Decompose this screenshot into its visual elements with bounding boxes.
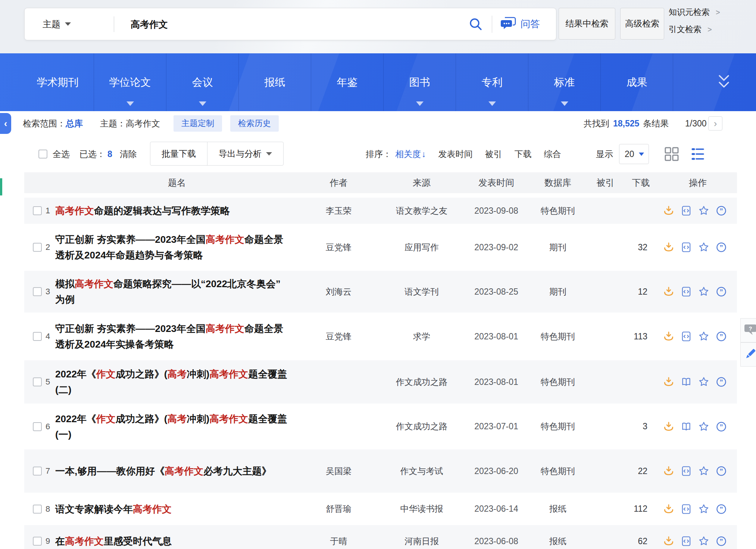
expand-nav-icon[interactable]: [714, 72, 734, 93]
row-checkbox[interactable]: [33, 422, 42, 431]
list-view-icon[interactable]: [689, 145, 706, 163]
nav-item-7[interactable]: 标准: [528, 53, 601, 111]
row-checkbox[interactable]: [33, 537, 42, 546]
favorite-star-icon[interactable]: [698, 376, 709, 388]
cite-quote-icon[interactable]: ”: [716, 376, 727, 388]
row-checkbox[interactable]: [33, 287, 42, 296]
author-cell: 舒晋瑜: [299, 503, 379, 515]
result-title-link[interactable]: 在高考作文里感受时代气息: [55, 533, 299, 549]
collapse-sidebar-button[interactable]: ‹: [0, 113, 11, 134]
sort-option-1[interactable]: 发表时间: [438, 148, 473, 160]
download-icon[interactable]: [663, 376, 674, 388]
cite-quote-icon[interactable]: ”: [716, 503, 727, 515]
cite-quote-icon[interactable]: ”: [716, 536, 727, 547]
sort-option-3[interactable]: 下载: [515, 148, 532, 160]
result-title-link[interactable]: 一本,够用——教你用好《高考作文必考九大主题》: [55, 463, 299, 479]
qa-button[interactable]: 问答: [500, 8, 540, 40]
selected-count[interactable]: 8: [107, 149, 112, 159]
next-page-button[interactable]: ›: [708, 116, 722, 131]
help-feedback-button[interactable]: ?: [740, 318, 756, 342]
scope-value[interactable]: 总库: [66, 118, 83, 129]
cite-quote-icon[interactable]: ”: [716, 286, 727, 297]
favorite-star-icon[interactable]: [698, 205, 709, 216]
favorite-star-icon[interactable]: [698, 421, 709, 432]
download-icon[interactable]: [663, 536, 674, 547]
search-history-button[interactable]: 检索历史: [230, 115, 279, 132]
result-title-link[interactable]: 2022年《作文成功之路》(高考冲刺)高考作文题全覆盖(二): [55, 366, 299, 398]
result-title-link[interactable]: 高考作文命题的逻辑表达与写作教学策略: [55, 203, 299, 219]
advanced-search-button[interactable]: 高级检索: [620, 8, 664, 40]
nav-item-8[interactable]: 成果: [601, 53, 673, 111]
search-in-results-button[interactable]: 结果中检索: [559, 8, 615, 40]
nav-item-6[interactable]: 专利: [456, 53, 528, 111]
citation-search-link[interactable]: 引文检索 >: [669, 24, 720, 35]
result-title-link[interactable]: 语文专家解读今年高考作文: [55, 501, 299, 517]
cite-quote-icon[interactable]: ”: [716, 421, 727, 432]
select-all-label[interactable]: 全选: [53, 148, 70, 160]
download-icon[interactable]: [663, 503, 674, 515]
result-title-link[interactable]: 模拟高考作文命题策略探究——以“2022北京冬奥会”为例: [55, 276, 299, 307]
select-all-checkbox[interactable]: [38, 150, 47, 159]
topic-customize-button[interactable]: 主题定制: [174, 115, 222, 132]
html-read-icon[interactable]: [681, 242, 692, 253]
html-read-icon[interactable]: [681, 536, 692, 547]
export-analyze-button[interactable]: 导出与分析: [207, 142, 283, 165]
row-checkbox[interactable]: [33, 206, 42, 215]
row-checkbox[interactable]: [33, 332, 42, 341]
row-checkbox[interactable]: [33, 243, 42, 252]
result-title-link[interactable]: 2022年《作文成功之路》(高考冲刺)高考作文题全覆盖(一): [55, 411, 299, 442]
row-checkbox[interactable]: [33, 467, 42, 476]
download-icon[interactable]: [663, 205, 674, 216]
html-read-icon[interactable]: [681, 205, 692, 216]
download-icon[interactable]: [663, 421, 674, 432]
read-book-icon[interactable]: [681, 376, 692, 388]
batch-download-button[interactable]: 批量下载: [150, 142, 207, 165]
cite-quote-icon[interactable]: ”: [716, 465, 727, 477]
page-size-select[interactable]: 20: [619, 144, 649, 164]
search-field-selector[interactable]: 主题: [43, 8, 71, 40]
sort-option-4[interactable]: 综合: [544, 148, 561, 160]
nav-item-label: 成果: [627, 75, 647, 90]
favorite-star-icon[interactable]: [698, 465, 709, 477]
sort-option-0[interactable]: 相关度↓: [395, 148, 426, 160]
sort-option-2[interactable]: 被引: [485, 148, 502, 160]
html-read-icon[interactable]: [681, 465, 692, 477]
download-icon[interactable]: [663, 242, 674, 253]
search-icon[interactable]: [468, 16, 484, 32]
scope-label: 检索范围：: [23, 118, 66, 129]
favorite-star-icon[interactable]: [698, 503, 709, 515]
nav-item-label: 学位论文: [109, 75, 151, 90]
favorite-star-icon[interactable]: [698, 331, 709, 342]
nav-item-0[interactable]: 学术期刊: [22, 53, 94, 111]
nav-item-1[interactable]: 学位论文: [94, 53, 166, 111]
cite-quote-icon[interactable]: ”: [716, 242, 727, 253]
favorite-star-icon[interactable]: [698, 242, 709, 253]
result-title-link[interactable]: 守正创新 夯实素养——2023年全国高考作文命题全景透析及2024年命题趋势与备…: [55, 232, 299, 263]
html-read-icon[interactable]: [681, 286, 692, 297]
nav-item-4[interactable]: 年鉴: [311, 53, 384, 111]
download-icon[interactable]: [663, 465, 674, 477]
row-checkbox[interactable]: [33, 377, 42, 386]
clear-selection-button[interactable]: 清除: [120, 136, 137, 172]
svg-text:”: ”: [719, 288, 723, 296]
cite-quote-icon[interactable]: ”: [716, 331, 727, 342]
feedback-pen-button[interactable]: [740, 342, 756, 367]
knowledge-element-search-link[interactable]: 知识元检索 >: [669, 7, 720, 18]
nav-item-2[interactable]: 会议: [166, 53, 239, 111]
search-input[interactable]: [130, 15, 452, 34]
grid-view-icon[interactable]: [663, 145, 680, 163]
favorite-star-icon[interactable]: [698, 286, 709, 297]
html-read-icon[interactable]: [681, 503, 692, 515]
source-cell: 作文成功之路: [379, 421, 465, 432]
cite-quote-icon[interactable]: ”: [716, 205, 727, 216]
result-title-link[interactable]: 守正创新 夯实素养——2023年全国高考作文命题全景透析及2024年实操备考策略: [55, 321, 299, 352]
nav-item-3[interactable]: 报纸: [239, 53, 311, 111]
html-read-icon[interactable]: [681, 331, 692, 342]
author-cell: 豆党锋: [299, 242, 379, 253]
row-checkbox[interactable]: [33, 505, 42, 514]
download-icon[interactable]: [663, 286, 674, 297]
download-icon[interactable]: [663, 331, 674, 342]
read-book-icon[interactable]: [681, 421, 692, 432]
nav-item-5[interactable]: 图书: [384, 53, 456, 111]
favorite-star-icon[interactable]: [698, 536, 709, 547]
